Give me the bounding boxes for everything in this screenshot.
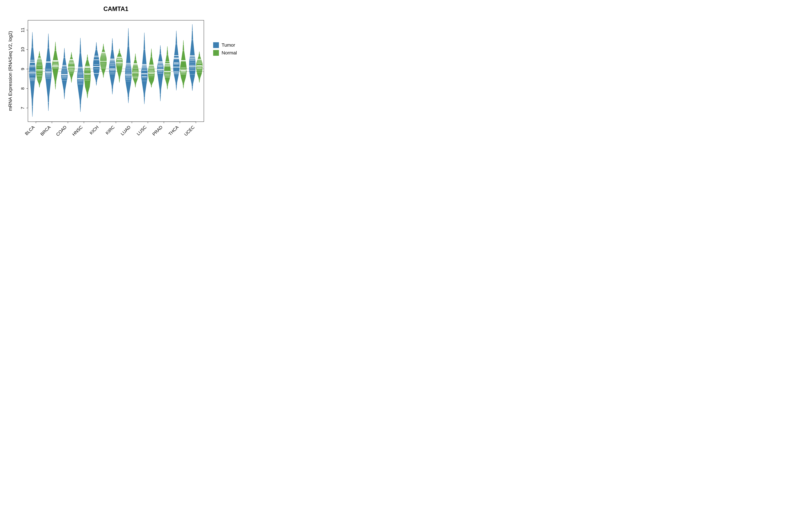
svg-text:BRCA: BRCA: [39, 124, 52, 137]
svg-text:11: 11: [20, 27, 25, 33]
svg-text:PRAD: PRAD: [151, 124, 164, 137]
svg-text:Normal: Normal: [221, 50, 237, 55]
svg-text:8: 8: [20, 88, 25, 90]
svg-text:mRNA Expression (RNASeq V2, lo: mRNA Expression (RNASeq V2, log2): [8, 31, 13, 111]
svg-text:KICH: KICH: [89, 124, 100, 135]
beanplot-svg: CAMTA17891011mRNA Expression (RNASeq V2,…: [0, 0, 254, 159]
svg-text:10: 10: [20, 47, 25, 52]
svg-text:Tumor: Tumor: [221, 43, 235, 48]
chart-container: CAMTA17891011mRNA Expression (RNASeq V2,…: [0, 0, 254, 159]
svg-text:7: 7: [20, 107, 25, 109]
svg-text:9: 9: [20, 68, 25, 70]
svg-text:KIRC: KIRC: [105, 124, 115, 135]
svg-text:THCA: THCA: [167, 124, 180, 137]
svg-text:HNSC: HNSC: [71, 124, 84, 137]
svg-rect-1623: [213, 42, 219, 48]
svg-text:BLCA: BLCA: [24, 124, 36, 136]
svg-text:COAD: COAD: [55, 124, 67, 137]
svg-text:CAMTA1: CAMTA1: [103, 5, 128, 12]
svg-text:UCEC: UCEC: [183, 124, 196, 137]
svg-text:LUSC: LUSC: [136, 124, 148, 136]
svg-text:LUAD: LUAD: [120, 124, 132, 136]
svg-rect-1625: [213, 50, 219, 56]
